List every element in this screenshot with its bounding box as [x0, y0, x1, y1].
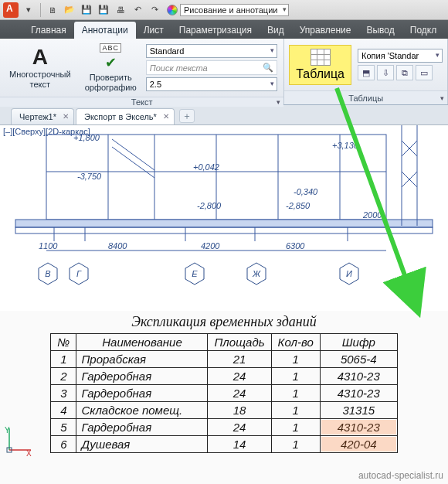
- svg-text:Е: Е: [192, 269, 198, 278]
- drawing-canvas[interactable]: [–][Сверху][2D-каркас] +3,130 +0,042 -0,…: [0, 125, 448, 311]
- spellcheck-label: Проверить орфографию: [85, 73, 137, 92]
- table-row[interactable]: 6Душевая141420-04: [51, 436, 398, 453]
- doc-tab-2[interactable]: Экспорт в Эксель* ✕: [76, 108, 175, 124]
- spellcheck-button[interactable]: ABC ✔ Проверить орфографию: [80, 42, 141, 94]
- text-height-dropdown[interactable]: 2.5: [146, 77, 277, 91]
- svg-text:+3,130: +3,130: [332, 141, 359, 150]
- svg-rect-9: [15, 220, 433, 227]
- plot-icon[interactable]: 🖶: [114, 3, 127, 17]
- col-num: №: [51, 334, 76, 351]
- ribbon-tab-parametric[interactable]: Параметризация: [171, 22, 260, 39]
- qat-menu-icon[interactable]: ▾: [22, 3, 36, 17]
- ribbon-tab-output[interactable]: Вывод: [358, 22, 402, 39]
- watermark: autocad-specialist.ru: [358, 470, 443, 481]
- svg-text:-2,800: -2,800: [197, 201, 222, 210]
- app-logo[interactable]: [3, 2, 19, 18]
- workspace-orb-icon[interactable]: [167, 5, 178, 15]
- ribbon-tab-plugins[interactable]: Подкл: [402, 22, 444, 39]
- svg-text:X: X: [26, 449, 32, 458]
- table-cell-button[interactable]: ▭: [416, 65, 433, 80]
- table-row[interactable]: 2Гардеробная2414310-23: [51, 368, 398, 385]
- insert-table-button[interactable]: Таблица: [289, 45, 351, 85]
- mtext-button[interactable]: A Многострочный текст: [5, 45, 76, 90]
- close-icon[interactable]: ✕: [163, 112, 169, 121]
- ribbon-tabstrip: Главная Аннотации Лист Параметризация Ви…: [0, 20, 448, 39]
- redo-icon[interactable]: ↷: [148, 3, 161, 17]
- link-data-button[interactable]: ⬒: [358, 65, 375, 80]
- table-row[interactable]: 4Складское помещ.18131315: [51, 402, 398, 419]
- col-qty: Кол-во: [271, 334, 320, 351]
- save-icon[interactable]: 💾: [80, 3, 93, 17]
- table-row[interactable]: 3Гардеробная2414310-23: [51, 385, 398, 402]
- svg-text:-2,850: -2,850: [286, 201, 311, 210]
- doc-tab-1[interactable]: Чертеж1* ✕: [11, 108, 74, 124]
- table-grid-icon: [311, 49, 331, 66]
- panel-title-tables[interactable]: Таблицы▾: [284, 90, 447, 104]
- mtext-label: Многострочный текст: [9, 70, 71, 89]
- abc-icon: ABC: [100, 43, 121, 53]
- open-icon[interactable]: 📂: [63, 3, 76, 17]
- svg-text:+0,042: +0,042: [193, 162, 219, 172]
- svg-text:В: В: [45, 269, 50, 278]
- doc-tab-2-label: Экспорт в Эксель*: [84, 112, 157, 121]
- svg-text:8400: 8400: [108, 241, 127, 251]
- binoculars-icon[interactable]: 🔍: [263, 63, 273, 73]
- undo-icon[interactable]: ↶: [131, 3, 144, 17]
- explication-table[interactable]: № Наименование Площадь Кол-во Шифр 1Прор…: [50, 333, 398, 453]
- svg-text:Г: Г: [76, 269, 82, 278]
- ribbon-tab-layout[interactable]: Лист: [136, 22, 171, 39]
- table-row[interactable]: 1Прорабская2115065-4: [51, 351, 398, 368]
- text-style-dropdown[interactable]: Standard: [146, 44, 277, 58]
- table-style-dropdown[interactable]: Копия 'Standar: [358, 49, 443, 63]
- col-name: Наименование: [76, 334, 208, 351]
- ribbon-tab-view[interactable]: Вид: [260, 22, 292, 39]
- workspace-dropdown[interactable]: Рисование и аннотации: [180, 4, 289, 16]
- find-text-placeholder: Поиск текста: [150, 63, 208, 73]
- insert-table-label: Таблица: [296, 67, 344, 81]
- svg-text:-0,340: -0,340: [294, 187, 318, 196]
- table-row[interactable]: 5Гардеробная2414310-23: [51, 419, 398, 436]
- ribbon-tab-home[interactable]: Главная: [23, 22, 74, 39]
- svg-text:И: И: [346, 269, 352, 278]
- doc-tab-1-label: Чертеж1*: [19, 112, 56, 121]
- ribbon-body: A Многострочный текст ABC ✔ Проверить ор…: [0, 39, 448, 105]
- svg-rect-10: [15, 227, 433, 233]
- svg-text:Y: Y: [5, 426, 10, 435]
- svg-text:-3,750: -3,750: [77, 172, 102, 181]
- ucs-icon[interactable]: Y X: [3, 425, 34, 459]
- svg-line-8: [112, 147, 154, 178]
- col-area: Площадь: [208, 334, 271, 351]
- new-icon[interactable]: 🗎: [46, 3, 59, 17]
- svg-text:1100: 1100: [39, 241, 58, 251]
- svg-text:Ж: Ж: [252, 269, 261, 278]
- svg-text:+1,800: +1,800: [73, 133, 100, 142]
- svg-line-7: [112, 139, 154, 170]
- download-data-button[interactable]: ⇩: [377, 65, 394, 80]
- quick-access-toolbar: ▾ 🗎 📂 💾 💾 🖶 ↶ ↷ Рисование и аннотации: [0, 0, 448, 20]
- col-code: Шифр: [320, 334, 397, 351]
- close-icon[interactable]: ✕: [63, 112, 69, 121]
- check-icon: ✔: [105, 54, 117, 71]
- svg-text:6300: 6300: [286, 241, 305, 251]
- find-text-input[interactable]: Поиск текста 🔍: [146, 60, 277, 75]
- mtext-glyph-icon: A: [32, 46, 48, 68]
- saveas-icon[interactable]: 💾: [97, 3, 110, 17]
- table-title: Экспликация временных зданий: [0, 314, 448, 330]
- section-drawing: +3,130 +0,042 -0,340 -2,800 -2,850 -3,75…: [0, 125, 448, 311]
- panel-title-text[interactable]: Текст▾: [0, 97, 283, 107]
- ribbon-tab-manage[interactable]: Управление: [292, 22, 359, 39]
- svg-text:2000: 2000: [362, 210, 382, 220]
- document-tabs: Чертеж1* ✕ Экспорт в Эксель* ✕ ＋: [0, 105, 448, 125]
- ribbon-tab-annotate[interactable]: Аннотации: [74, 22, 136, 39]
- new-doc-tab[interactable]: ＋: [179, 109, 195, 123]
- svg-text:4200: 4200: [201, 241, 220, 251]
- extract-data-button[interactable]: ⧉: [396, 65, 413, 80]
